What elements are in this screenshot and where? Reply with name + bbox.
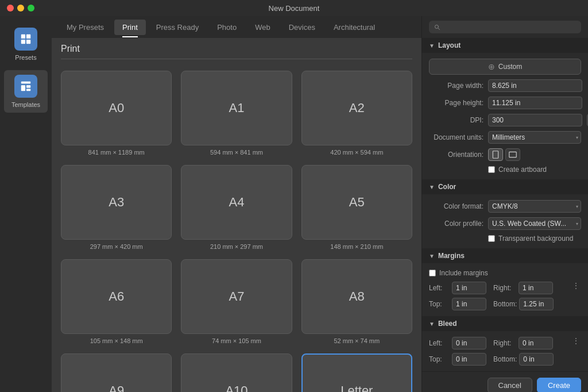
template-item-a7[interactable]: A774 mm × 105 mm [181,259,292,344]
page-width-input[interactable] [488,79,582,92]
template-item-a1[interactable]: A1594 mm × 841 mm [181,71,292,156]
include-margins-checkbox[interactable] [429,270,436,276]
right-panel: ▼ Layout ⊕ Custom Page width: Page heigh… [421,16,588,392]
sidebar: Presets Templates [0,16,52,392]
margins-tb-row: Top: Bottom: [429,298,568,310]
template-label-a4: 210 mm × 297 mm [210,243,263,250]
template-card-letter: Letter [301,353,412,392]
template-item-a10[interactable]: A10 [181,353,292,392]
landscape-icon [509,151,517,159]
page-header: Print [52,38,421,64]
page-height-input[interactable] [488,97,582,109]
bleed-section-content: Left: Right: Top: Bottom: [422,331,588,371]
orientation-portrait-button[interactable] [488,148,503,161]
margins-left-label: Left: [429,284,450,292]
color-profile-select[interactable]: U.S. Web Coated (SW... [488,217,581,230]
margins-link-icon: ⋮ [571,282,581,290]
tab-press-ready[interactable]: Press Ready [148,20,207,35]
margins-bottom-input[interactable] [519,298,554,310]
content-area: My Presets Print Press Ready Photo Web D… [52,16,421,392]
minimize-button[interactable] [17,5,24,11]
include-margins-row: Include margins [429,269,581,277]
template-card-a8: A8 [301,259,412,334]
dpi-row: DPI: ▾ [429,114,581,126]
maximize-button[interactable] [28,5,34,11]
svg-rect-0 [21,34,25,39]
template-label-a8: 52 mm × 74 mm [334,337,380,344]
document-units-select[interactable]: Millimeters Inches Pixels [488,131,581,144]
margins-section-header[interactable]: ▼ Margins [422,248,588,263]
tab-architectural[interactable]: Architectural [326,20,383,35]
layout-section-label: Layout [438,41,461,49]
template-item-a9[interactable]: A9 [61,353,172,392]
margins-fields: Left: Right: Top: Bottom: [429,282,568,310]
template-item-a2[interactable]: A2420 mm × 594 mm [301,71,412,156]
sidebar-templates-label: Templates [11,101,40,108]
tab-photo[interactable]: Photo [209,20,245,35]
template-grid: A0841 mm × 1189 mmA1594 mm × 841 mmA2420… [52,64,421,392]
svg-rect-7 [26,89,30,91]
color-section-header[interactable]: ▼ Color [422,179,588,194]
template-item-a6[interactable]: A6105 mm × 148 mm [61,259,172,344]
page-width-row: Page width: [429,79,581,92]
orientation-landscape-button[interactable] [505,148,520,161]
margins-top-input[interactable] [452,298,486,310]
cancel-button[interactable]: Cancel [488,378,532,392]
svg-rect-6 [26,85,30,88]
template-card-a2: A2 [301,71,412,145]
transparent-background-row: Transparent background [429,235,581,243]
template-item-a8[interactable]: A852 mm × 74 mm [301,259,412,344]
sidebar-item-presets[interactable]: Presets [4,23,48,66]
color-format-wrap: CMYK/8 RGB/8 ▾ [488,200,581,213]
bleed-top-input[interactable] [452,353,486,366]
tab-devices[interactable]: Devices [281,20,323,35]
bleed-bottom-input[interactable] [519,353,554,366]
page-title: Print [61,44,412,59]
bleed-section-label: Bleed [438,320,457,328]
bleed-left-input[interactable] [452,337,486,349]
bleed-right-label: Right: [493,339,516,347]
create-artboard-checkbox[interactable] [488,166,495,173]
svg-rect-5 [21,85,25,91]
presets-icon [14,28,37,51]
bleed-right-input[interactable] [519,337,553,349]
template-card-a10: A10 [181,353,292,392]
color-profile-row: Color profile: U.S. Web Coated (SW... ▾ [429,217,581,230]
transparent-background-label: Transparent background [498,235,573,243]
template-item-a3[interactable]: A3297 mm × 420 mm [61,165,172,250]
margins-left-input[interactable] [452,282,486,294]
color-format-select[interactable]: CMYK/8 RGB/8 [488,200,581,213]
template-item-a5[interactable]: A5148 mm × 210 mm [301,165,412,250]
transparent-background-checkbox[interactable] [488,235,495,242]
margins-right-label: Right: [493,284,516,292]
custom-button[interactable]: ⊕ Custom [429,59,581,75]
template-label-a3: 297 mm × 420 mm [90,243,143,250]
create-button[interactable]: Create [537,378,581,392]
orientation-row: Orientation: [429,148,581,161]
tab-my-presets[interactable]: My Presets [59,20,112,35]
bleed-left-row: Left: Right: [429,337,568,349]
templates-icon [14,75,37,98]
template-item-a0[interactable]: A0841 mm × 1189 mm [61,71,172,156]
sidebar-item-templates[interactable]: Templates [4,70,48,113]
template-item-letter[interactable]: Letter [301,353,412,392]
margins-right-input[interactable] [519,282,553,294]
svg-rect-1 [26,34,30,39]
template-label-a5: 148 mm × 210 mm [330,243,383,250]
template-card-a9: A9 [61,353,172,392]
search-input[interactable] [444,23,577,31]
svg-rect-2 [21,40,25,44]
margins-collapse-icon: ▼ [429,253,435,259]
tab-web[interactable]: Web [247,20,278,35]
svg-rect-9 [509,152,516,157]
bottom-buttons: Cancel Create [422,371,588,392]
color-format-row: Color format: CMYK/8 RGB/8 ▾ [429,200,581,213]
template-item-a4[interactable]: A4210 mm × 297 mm [181,165,292,250]
create-artboard-label: Create artboard [498,166,547,174]
bleed-section-header[interactable]: ▼ Bleed [422,316,588,331]
layout-section-header[interactable]: ▼ Layout [422,38,588,53]
close-button[interactable] [7,5,14,11]
dpi-input[interactable] [488,114,582,126]
tab-print[interactable]: Print [114,20,146,35]
window-controls [7,5,34,11]
